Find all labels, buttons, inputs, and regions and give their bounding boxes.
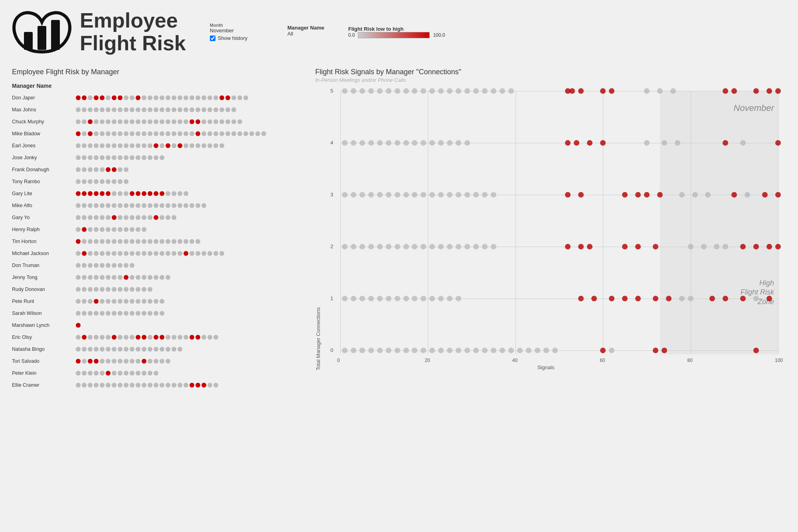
row-label: Gary Yo	[12, 215, 76, 220]
gray-dot	[160, 275, 164, 280]
scatter-dot-red	[653, 348, 658, 353]
dots-container	[76, 323, 81, 328]
row-label: Chuck Murphy	[12, 119, 76, 125]
gray-dot	[76, 215, 81, 220]
gray-dot	[88, 227, 93, 232]
gray-dot	[154, 131, 158, 136]
gray-dot	[130, 263, 134, 268]
gray-dot	[106, 155, 111, 160]
scatter-dot-gray	[543, 348, 549, 353]
november-zone: November HighFlight RiskZone	[660, 91, 778, 354]
gray-dot	[118, 179, 122, 184]
gray-dot	[88, 143, 93, 148]
manager-name-filter: Manager Name All	[287, 25, 324, 39]
gray-dot	[76, 179, 81, 184]
gray-dot	[148, 299, 152, 304]
gray-dot	[118, 239, 122, 244]
gray-dot	[112, 107, 117, 112]
gray-dot	[112, 191, 117, 196]
scatter-dot-gray	[447, 88, 452, 94]
scatter-dot-red	[635, 192, 641, 198]
gray-dot	[148, 215, 152, 220]
red-dot	[100, 95, 105, 100]
gray-dot	[148, 155, 152, 160]
scatter-dot-gray	[403, 140, 409, 146]
scatter-dot-gray	[482, 192, 488, 198]
scatter-dot-gray	[535, 348, 540, 353]
scatter-dot-gray	[508, 348, 514, 353]
red-dot	[201, 383, 206, 388]
scatter-dot-gray	[438, 88, 444, 94]
gray-dot	[172, 191, 176, 196]
gray-dot	[76, 251, 81, 256]
gray-dot	[184, 203, 188, 208]
gray-dot	[106, 335, 111, 340]
gray-dot	[124, 311, 128, 316]
row-label: Tony Rambo	[12, 179, 76, 184]
gray-dot	[100, 107, 105, 112]
gray-dot	[237, 119, 242, 124]
row-label: Frank Donahugh	[12, 167, 76, 172]
scatter-dot-gray	[395, 88, 400, 94]
scatter-dot-gray	[464, 192, 470, 198]
gray-dot	[136, 299, 140, 304]
gray-dot	[94, 251, 99, 256]
table-row: Michael Jackson	[12, 248, 299, 259]
gray-dot	[112, 179, 117, 184]
red-dot	[94, 359, 99, 364]
show-history-checkbox[interactable]	[210, 36, 215, 41]
row-label: Mike Bladow	[12, 131, 76, 136]
gray-dot	[154, 119, 158, 124]
gray-dot	[243, 95, 248, 100]
dots-container	[76, 335, 218, 340]
gray-dot	[100, 119, 105, 124]
gray-dot	[94, 263, 99, 268]
gray-dot	[160, 299, 164, 304]
gray-dot	[82, 275, 87, 280]
scatter-dot-red	[762, 192, 768, 198]
scatter-dot-red	[565, 192, 571, 198]
scatter-dot-red	[565, 140, 571, 146]
red-dot	[106, 191, 111, 196]
gray-dot	[124, 203, 128, 208]
gray-dot	[142, 215, 146, 220]
gray-dot	[76, 275, 81, 280]
gray-dot	[136, 383, 140, 388]
gray-dot	[166, 95, 170, 100]
filters-block: Month November Show history	[210, 23, 247, 41]
scatter-dot-gray	[368, 348, 374, 353]
gray-dot	[118, 227, 122, 232]
gray-dot	[76, 299, 81, 304]
gray-dot	[201, 251, 206, 256]
gray-dot	[196, 95, 200, 100]
gray-dot	[82, 263, 87, 268]
scatter-dot-gray	[609, 348, 614, 353]
scatter-dot-red	[731, 192, 737, 198]
gray-dot	[130, 119, 134, 124]
gray-dot	[82, 203, 87, 208]
row-label: Natasha Bingo	[12, 346, 76, 352]
gray-dot	[142, 371, 146, 376]
gray-dot	[178, 191, 182, 196]
v-gridline	[340, 91, 341, 354]
scatter-dot-red	[578, 296, 584, 301]
v-gridline	[603, 91, 603, 354]
gray-dot	[178, 119, 182, 124]
y-tick: 2	[330, 243, 333, 249]
show-history-filter[interactable]: Show history	[210, 35, 247, 41]
row-label: Don Truman	[12, 263, 76, 268]
gray-dot	[106, 95, 111, 100]
gray-dot	[106, 311, 111, 316]
gray-dot	[154, 107, 158, 112]
scatter-dot-gray	[342, 88, 348, 94]
gray-dot	[100, 335, 105, 340]
gray-dot	[76, 167, 81, 172]
gray-dot	[160, 347, 164, 352]
y-tick: 3	[330, 192, 333, 198]
gray-dot	[124, 155, 128, 160]
x-tick: 0	[337, 358, 340, 363]
gray-dot	[112, 203, 117, 208]
red-dot	[112, 335, 117, 340]
flight-risk-legend: Flight Risk low to high 0.0 100.0	[348, 26, 445, 38]
red-dot	[190, 383, 194, 388]
